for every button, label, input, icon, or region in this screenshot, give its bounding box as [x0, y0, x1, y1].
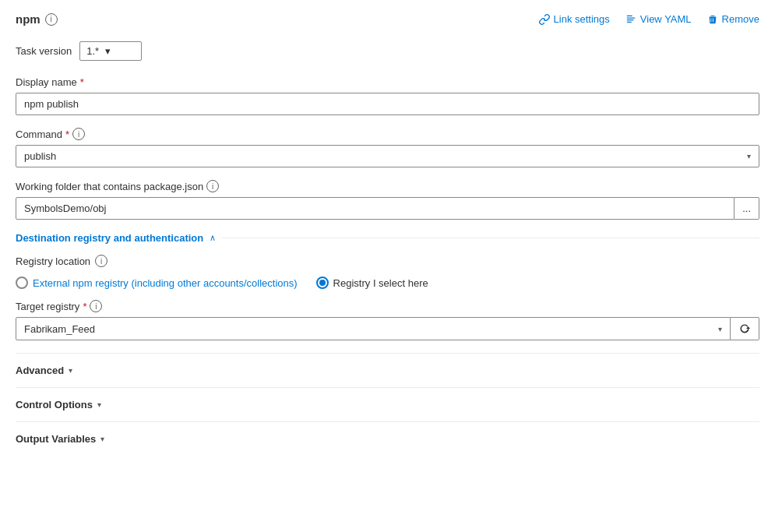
task-version-value: 1.* — [86, 45, 99, 57]
link-icon — [539, 14, 550, 25]
target-registry-value: Fabrikam_Feed — [24, 323, 95, 335]
view-yaml-button[interactable]: View YAML — [625, 13, 692, 25]
display-name-required: * — [80, 76, 84, 88]
display-name-section: Display name * — [16, 76, 759, 115]
task-version-select[interactable]: 1.* ▾ — [79, 41, 142, 61]
select-here-label: Registry I select here — [333, 277, 428, 289]
command-value: publish — [24, 150, 56, 162]
output-variables-chevron-icon: ▾ — [100, 435, 104, 443]
target-registry-info-icon[interactable]: i — [90, 300, 102, 312]
registry-location-info-icon[interactable]: i — [95, 255, 107, 267]
working-folder-section: Working folder that contains package.jso… — [16, 180, 759, 220]
remove-button[interactable]: Remove — [707, 13, 759, 25]
command-required: * — [65, 129, 69, 140]
trash-icon — [707, 14, 718, 25]
control-options-label: Control Options — [16, 399, 93, 410]
select-here-option[interactable]: Registry I select here — [316, 277, 428, 289]
command-chevron-icon: ▾ — [747, 152, 751, 160]
destination-section-header: Destination registry and authentication … — [16, 232, 759, 244]
command-select[interactable]: publish ▾ — [16, 145, 759, 167]
external-registry-label: External npm registry (including other a… — [33, 277, 298, 289]
advanced-section: Advanced ▾ — [16, 353, 759, 387]
link-settings-button[interactable]: Link settings — [539, 13, 610, 25]
command-label: Command * i — [16, 128, 759, 140]
link-settings-label: Link settings — [554, 13, 610, 25]
advanced-header[interactable]: Advanced ▾ — [16, 365, 759, 376]
chevron-down-icon: ▾ — [105, 45, 111, 57]
working-folder-input-group: ... — [16, 197, 759, 220]
target-registry-label: Target registry * i — [16, 300, 759, 312]
task-version-label: Task version — [16, 45, 72, 57]
view-yaml-label: View YAML — [640, 13, 692, 25]
task-version-row: Task version 1.* ▾ — [16, 41, 759, 61]
npm-info-icon[interactable]: i — [45, 13, 58, 26]
output-variables-header[interactable]: Output Variables ▾ — [16, 433, 759, 445]
working-folder-browse-button[interactable]: ... — [734, 197, 759, 220]
display-name-label: Display name * — [16, 76, 759, 88]
destination-collapse-icon[interactable]: ∧ — [210, 233, 216, 243]
target-registry-input-group: Fabrikam_Feed ▾ — [16, 317, 759, 340]
svg-rect-3 — [627, 21, 632, 22]
control-options-section: Control Options ▾ — [16, 387, 759, 421]
control-options-header[interactable]: Control Options ▾ — [16, 399, 759, 410]
target-registry-select[interactable]: Fabrikam_Feed ▾ — [16, 317, 731, 340]
command-section: Command * i publish ▾ — [16, 128, 759, 167]
select-here-radio[interactable] — [316, 277, 329, 289]
command-info-icon[interactable]: i — [72, 128, 85, 140]
svg-rect-0 — [627, 15, 632, 16]
output-variables-label: Output Variables — [16, 433, 96, 445]
target-registry-required: * — [83, 301, 86, 312]
advanced-label: Advanced — [16, 365, 64, 376]
registry-location-options: External npm registry (including other a… — [16, 277, 759, 289]
destination-section-title: Destination registry and authentication — [16, 232, 203, 244]
target-registry-chevron-icon: ▾ — [718, 325, 722, 333]
page-title: npm — [16, 12, 41, 26]
external-registry-option[interactable]: External npm registry (including other a… — [16, 277, 298, 289]
working-folder-input[interactable] — [16, 197, 734, 220]
ellipsis-label: ... — [742, 203, 751, 214]
registry-location-label: Registry location — [16, 255, 90, 267]
target-registry-refresh-button[interactable] — [731, 317, 759, 340]
output-variables-section: Output Variables ▾ — [16, 421, 759, 456]
svg-rect-2 — [627, 19, 634, 20]
yaml-icon — [625, 14, 636, 25]
svg-rect-1 — [627, 17, 636, 18]
destination-divider — [222, 238, 759, 238]
working-folder-label: Working folder that contains package.jso… — [16, 180, 759, 192]
control-options-chevron-icon: ▾ — [97, 400, 101, 409]
display-name-input[interactable] — [16, 93, 759, 115]
target-registry-section: Target registry * i Fabrikam_Feed ▾ — [16, 300, 759, 340]
external-registry-radio[interactable] — [16, 277, 28, 289]
registry-location-row: Registry location i — [16, 255, 759, 267]
working-folder-info-icon[interactable]: i — [206, 180, 219, 192]
refresh-icon — [738, 322, 751, 335]
remove-label: Remove — [722, 13, 759, 25]
advanced-chevron-icon: ▾ — [69, 366, 72, 375]
